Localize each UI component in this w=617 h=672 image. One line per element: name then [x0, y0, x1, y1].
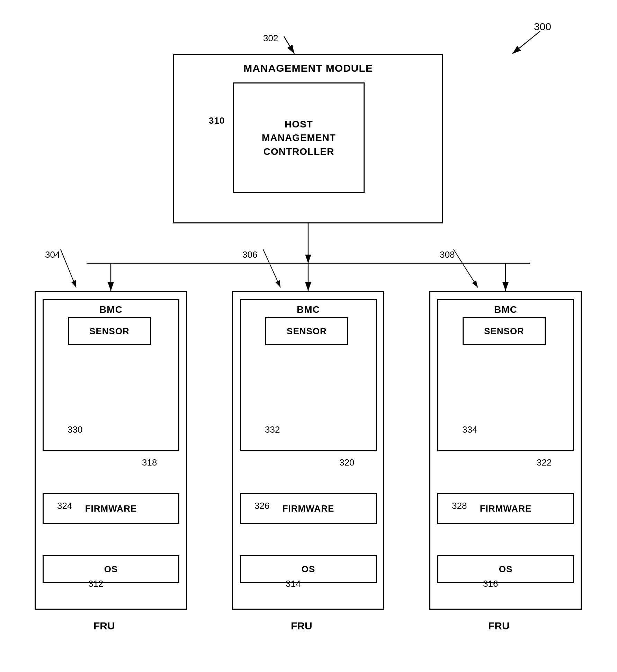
ref-316: 316	[483, 578, 498, 589]
fru-right-box: BMC SENSOR FIRMWARE OS	[429, 291, 582, 610]
firmware-right-label: FIRMWARE	[480, 503, 532, 514]
sensor-mid-label: SENSOR	[287, 326, 327, 337]
ref-308: 308	[440, 249, 455, 260]
ref-332: 332	[265, 424, 280, 435]
bmc-mid-box: BMC SENSOR	[240, 299, 377, 451]
fru-right-label: FRU	[488, 620, 510, 632]
hmc-box: HOSTMANAGEMENTCONTROLLER	[233, 82, 365, 193]
ref-304: 304	[45, 249, 60, 260]
hmc-label: HOSTMANAGEMENTCONTROLLER	[262, 117, 336, 158]
ref-318: 318	[142, 457, 157, 468]
ref-310: 310	[209, 115, 225, 126]
ref-312: 312	[88, 578, 103, 589]
os-right-label: OS	[499, 564, 513, 575]
os-mid-label: OS	[302, 564, 315, 575]
bmc-right-box: BMC SENSOR	[437, 299, 574, 451]
ref-314: 314	[286, 578, 301, 589]
svg-line-9	[61, 249, 76, 288]
fru-mid-box: BMC SENSOR FIRMWARE OS	[232, 291, 384, 610]
sensor-left-box: SENSOR	[68, 317, 151, 345]
svg-line-11	[454, 249, 478, 288]
firmware-mid-label: FIRMWARE	[283, 503, 334, 514]
sensor-mid-box: SENSOR	[265, 317, 348, 345]
os-left-label: OS	[104, 564, 118, 575]
bmc-left-label: BMC	[99, 304, 123, 315]
sensor-right-box: SENSOR	[463, 317, 546, 345]
os-mid-box: OS	[240, 555, 377, 583]
fru-mid-label: FRU	[291, 620, 312, 632]
bmc-left-box: BMC SENSOR	[43, 299, 179, 451]
ref-300: 300	[534, 21, 551, 33]
ref-328: 328	[452, 501, 467, 511]
ref-302: 302	[263, 33, 278, 44]
management-module-box: MANAGEMENT MODULE HOSTMANAGEMENTCONTROLL…	[173, 54, 443, 223]
os-left-box: OS	[43, 555, 179, 583]
bmc-mid-label: BMC	[297, 304, 320, 315]
ref-306: 306	[242, 249, 257, 260]
diagram: 300 302 MANAGEMENT MODULE HOSTMANAGEMENT…	[0, 0, 617, 672]
svg-line-2	[284, 36, 294, 54]
sensor-left-label: SENSOR	[89, 326, 129, 337]
management-module-label: MANAGEMENT MODULE	[243, 62, 373, 74]
ref-330: 330	[68, 424, 82, 435]
fru-left-label: FRU	[93, 620, 115, 632]
sensor-right-label: SENSOR	[484, 326, 524, 337]
ref-326: 326	[254, 501, 269, 511]
fru-left-box: BMC SENSOR FIRMWARE OS	[35, 291, 187, 610]
svg-line-3	[512, 31, 540, 54]
bmc-right-label: BMC	[494, 304, 517, 315]
ref-334: 334	[462, 424, 477, 435]
os-right-box: OS	[437, 555, 574, 583]
firmware-left-label: FIRMWARE	[85, 503, 137, 514]
ref-324: 324	[57, 501, 72, 511]
ref-322: 322	[537, 457, 552, 468]
svg-line-10	[263, 249, 280, 288]
ref-320: 320	[339, 457, 354, 468]
